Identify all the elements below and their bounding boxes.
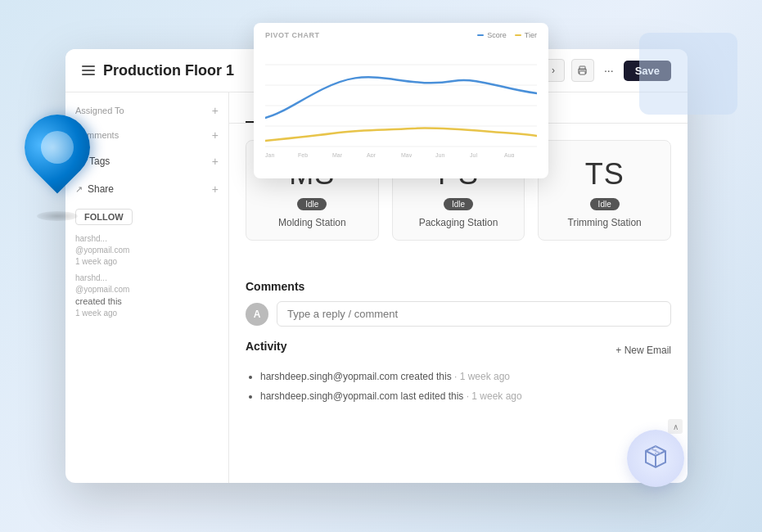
activity-text-2: harshdeep.singh@yopmail.com last edited … bbox=[260, 390, 463, 402]
activity-title: Activity bbox=[246, 340, 287, 353]
ws-ts-name: Trimming Station bbox=[568, 217, 642, 228]
legend-tier-dot bbox=[515, 34, 521, 36]
activity-section: Activity + New Email harshdeep.singh@yop… bbox=[229, 340, 688, 422]
activity-entry-2: harshdeep.singh@yopmail.com last edited … bbox=[260, 389, 671, 404]
activity-entry-1: harshdeep.singh@yopmail.com created this… bbox=[260, 369, 671, 384]
svg-text:May: May bbox=[401, 152, 413, 157]
ws-ps-name: Packaging Station bbox=[419, 217, 498, 228]
pin-inner bbox=[34, 124, 81, 171]
pin-body bbox=[11, 101, 103, 193]
comment-input-row: A bbox=[246, 301, 671, 327]
sidebar-tags-add[interactable]: + bbox=[212, 155, 219, 168]
activity-time-1: · 1 week ago bbox=[454, 371, 510, 382]
ws-ms-name: Molding Station bbox=[278, 217, 346, 228]
sidebar-email-1: harshd... bbox=[75, 233, 219, 245]
legend-score-label: Score bbox=[487, 31, 507, 39]
comment-input[interactable] bbox=[277, 301, 671, 327]
sidebar-comments-add[interactable]: + bbox=[212, 128, 219, 142]
box-icon-container bbox=[627, 430, 684, 487]
svg-text:Jun: Jun bbox=[435, 152, 444, 157]
ws-ts-status: Idle bbox=[590, 198, 620, 210]
print-button[interactable] bbox=[571, 59, 594, 82]
sidebar-activity-2: harshd... @yopmail.com created this 1 we… bbox=[75, 273, 219, 319]
sidebar-assigned-add[interactable]: + bbox=[212, 104, 219, 117]
chart-legend: Score Tier bbox=[477, 31, 537, 39]
chart-title: PIVOT CHART bbox=[265, 31, 320, 39]
sidebar-email-2: harshd... bbox=[75, 273, 219, 284]
header-left: Production Floor 1 bbox=[82, 62, 234, 79]
activity-time-2: · 1 week ago bbox=[467, 390, 522, 402]
svg-text:Jul: Jul bbox=[470, 152, 477, 157]
page-title: Production Floor 1 bbox=[103, 62, 234, 79]
activity-text-1: harshdeep.singh@yopmail.com created this bbox=[260, 371, 452, 382]
svg-text:Aug: Aug bbox=[504, 152, 515, 157]
printer-icon bbox=[577, 65, 588, 76]
ws-ts-abbr: TS bbox=[585, 157, 624, 192]
top-right-accent bbox=[639, 33, 737, 115]
comments-title: Comments bbox=[246, 280, 671, 293]
more-options-button[interactable]: ··· bbox=[601, 62, 617, 79]
menu-icon[interactable] bbox=[82, 65, 95, 75]
ws-ps-status: Idle bbox=[444, 198, 473, 210]
legend-score: Score bbox=[477, 31, 507, 39]
svg-text:Mar: Mar bbox=[332, 152, 343, 157]
legend-score-dot bbox=[477, 34, 484, 36]
chart-overlay: PIVOT CHART Score Tier Jan Feb Mar Apr M… bbox=[254, 23, 548, 178]
box-icon bbox=[641, 441, 670, 476]
sidebar-activity-1: harshd... @yopmail.com 1 week ago bbox=[75, 233, 219, 268]
legend-tier: Tier bbox=[515, 31, 537, 39]
activity-list: harshdeep.singh@yopmail.com created this… bbox=[246, 369, 671, 404]
avatar: A bbox=[246, 303, 268, 326]
sidebar-share-add[interactable]: + bbox=[212, 183, 219, 196]
svg-text:Feb: Feb bbox=[298, 152, 308, 157]
chart-svg: Jan Feb Mar Apr May Jun Jul Aug bbox=[265, 44, 537, 157]
comments-section: Comments A bbox=[229, 280, 688, 340]
new-email-button[interactable]: + New Email bbox=[615, 345, 671, 356]
svg-text:Apr: Apr bbox=[367, 152, 376, 157]
pin-shadow bbox=[37, 211, 78, 221]
ws-ms-status: Idle bbox=[297, 198, 327, 210]
svg-rect-14 bbox=[579, 71, 585, 74]
activity-header: Activity + New Email bbox=[246, 340, 671, 361]
workstation-ts[interactable]: TS Idle Trimming Station bbox=[538, 140, 671, 241]
location-pin bbox=[16, 115, 98, 221]
svg-text:Jan: Jan bbox=[265, 152, 274, 157]
chart-header: PIVOT CHART Score Tier bbox=[265, 31, 537, 39]
legend-tier-label: Tier bbox=[525, 31, 537, 39]
scroll-indicator[interactable]: ∧ bbox=[668, 419, 683, 434]
